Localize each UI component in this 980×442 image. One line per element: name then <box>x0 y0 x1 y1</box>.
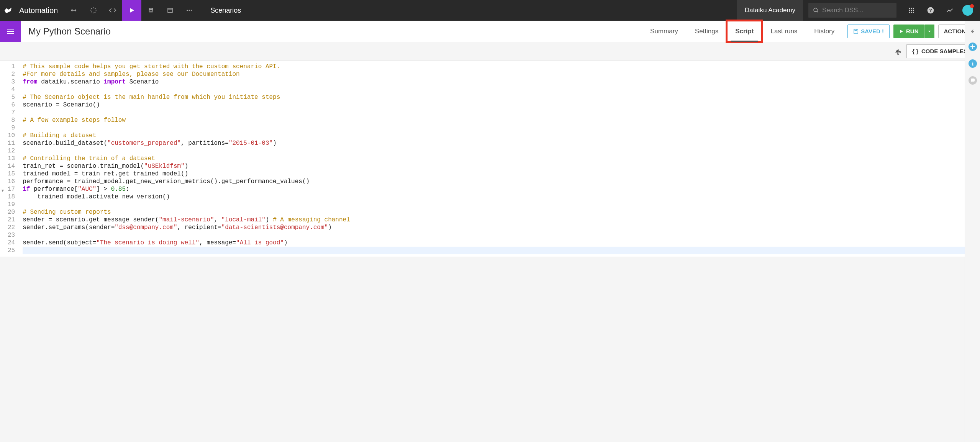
top-navigation: Automation Scenarios Dataiku Academy ? <box>0 0 980 21</box>
svg-rect-3 <box>149 10 153 11</box>
code-line[interactable]: #For more details and samples, please se… <box>23 70 976 78</box>
run-button[interactable]: RUN <box>893 25 924 38</box>
save-icon <box>853 29 859 34</box>
code-line[interactable]: scenario = Scenario() <box>23 101 976 109</box>
svg-rect-17 <box>913 10 914 11</box>
svg-text:?: ? <box>929 8 932 13</box>
svg-point-10 <box>814 8 817 11</box>
info-circle-icon[interactable]: i <box>968 59 977 68</box>
user-avatar[interactable] <box>962 5 973 16</box>
scenario-list-icon[interactable] <box>0 21 21 42</box>
section-title[interactable]: Automation <box>16 6 65 15</box>
code-line[interactable] <box>23 247 976 254</box>
run-dropdown[interactable] <box>924 25 934 38</box>
svg-rect-13 <box>911 8 912 9</box>
breadcrumb-label[interactable]: Scenarios <box>210 7 241 15</box>
tab-history[interactable]: History <box>806 21 843 42</box>
code-line[interactable]: from dataiku.scenario import Scenario <box>23 78 976 86</box>
saved-label: SAVED ! <box>861 28 884 34</box>
svg-text:i: i <box>972 61 973 67</box>
svg-rect-15 <box>909 10 910 11</box>
svg-point-1 <box>91 8 96 13</box>
activity-icon[interactable] <box>940 0 959 21</box>
svg-rect-23 <box>7 29 14 29</box>
code-line[interactable]: # Sending custom reports <box>23 208 976 216</box>
svg-rect-2 <box>149 8 153 10</box>
chat-circle-icon[interactable] <box>968 76 977 85</box>
code-line[interactable]: trained_model.activate_new_version() <box>23 193 976 201</box>
code-line[interactable]: trained_model = train_ret.get_trained_mo… <box>23 170 976 178</box>
code-line[interactable]: train_ret = scenario.train_model("uSEkld… <box>23 162 976 170</box>
scenario-title: My Python Scenario <box>21 26 118 37</box>
code-icon[interactable] <box>103 0 122 21</box>
code-line[interactable]: # A few example steps follow <box>23 116 976 124</box>
code-line[interactable]: if performance["AUC"] > 0.85: <box>23 185 976 193</box>
code-line[interactable]: performance = trained_model.get_new_vers… <box>23 178 976 185</box>
scenario-actions: SAVED ! RUN ACTIONS <box>843 25 980 38</box>
scenario-header: My Python Scenario SummarySettingsScript… <box>0 21 980 42</box>
editor-toolbar: { } CODE SAMPLES <box>0 42 980 61</box>
play-small-icon <box>899 29 904 34</box>
code-line[interactable]: sender.set_params(sender="dss@company.co… <box>23 224 976 231</box>
code-line[interactable] <box>23 231 976 239</box>
code-line[interactable]: # The Scenario object is the main handle… <box>23 93 976 101</box>
topbar-left: Automation <box>0 0 199 21</box>
code-line[interactable]: # Building a dataset <box>23 132 976 139</box>
line-gutter: 12345678910111213141516▼1718192021222324… <box>0 61 19 257</box>
svg-point-8 <box>189 10 190 11</box>
panel-icon[interactable] <box>161 0 180 21</box>
svg-rect-12 <box>909 8 910 9</box>
tab-settings[interactable]: Settings <box>687 21 727 42</box>
code-line[interactable]: sender.send(subject="The scenario is doi… <box>23 239 976 247</box>
svg-rect-14 <box>913 8 914 9</box>
svg-point-7 <box>187 10 188 11</box>
tab-last-runs[interactable]: Last runs <box>762 21 806 42</box>
saved-button[interactable]: SAVED ! <box>847 25 890 38</box>
run-label: RUN <box>906 28 919 34</box>
svg-point-9 <box>191 10 192 11</box>
apps-grid-icon[interactable] <box>902 0 921 21</box>
code-line[interactable]: scenario.build_dataset("customers_prepar… <box>23 139 976 147</box>
scenario-tabs: SummarySettingsScriptLast runsHistory <box>642 21 843 42</box>
dataiku-logo-icon[interactable] <box>0 0 16 21</box>
chevron-down-icon <box>928 29 931 33</box>
svg-rect-24 <box>7 31 14 32</box>
svg-rect-16 <box>911 10 912 11</box>
code-samples-label: CODE SAMPLES <box>921 48 967 54</box>
help-icon[interactable]: ? <box>921 0 940 21</box>
circle-dashed-icon[interactable] <box>84 0 103 21</box>
code-line[interactable]: # Controlling the train of a dataset <box>23 155 976 162</box>
code-line[interactable] <box>23 86 976 93</box>
svg-rect-19 <box>911 12 912 13</box>
code-line[interactable] <box>23 124 976 132</box>
code-line[interactable] <box>23 147 976 155</box>
code-body[interactable]: # This sample code helps you get started… <box>19 61 980 257</box>
collapse-arrow-icon[interactable] <box>970 28 976 34</box>
code-line[interactable] <box>23 201 976 208</box>
search-input[interactable] <box>822 7 892 14</box>
code-line[interactable]: sender = scenario.get_message_sender("ma… <box>23 216 976 224</box>
fold-marker-icon[interactable]: ▼ <box>2 187 4 195</box>
svg-rect-25 <box>7 33 14 34</box>
braces-icon: { } <box>912 48 918 54</box>
tab-summary[interactable]: Summary <box>642 21 687 42</box>
play-icon[interactable] <box>122 0 141 21</box>
code-line[interactable] <box>23 109 976 116</box>
stack-icon[interactable] <box>141 0 161 21</box>
code-samples-button[interactable]: { } CODE SAMPLES <box>906 44 973 58</box>
search-icon <box>813 7 819 14</box>
plus-circle-icon[interactable] <box>968 42 977 51</box>
topbar-nav-icons <box>65 0 199 21</box>
svg-rect-18 <box>909 12 910 13</box>
search-box[interactable] <box>808 3 896 18</box>
gear-icon[interactable] <box>894 48 901 55</box>
right-rail: i <box>965 21 980 257</box>
flow-icon[interactable] <box>65 0 84 21</box>
tab-script[interactable]: Script <box>727 21 762 42</box>
code-editor[interactable]: 12345678910111213141516▼1718192021222324… <box>0 61 980 257</box>
topbar-center: Scenarios <box>199 7 737 15</box>
more-icon[interactable] <box>180 0 199 21</box>
code-line[interactable]: # This sample code helps you get started… <box>23 63 976 70</box>
run-button-group: RUN <box>893 25 934 38</box>
academy-link[interactable]: Dataiku Academy <box>737 0 803 21</box>
